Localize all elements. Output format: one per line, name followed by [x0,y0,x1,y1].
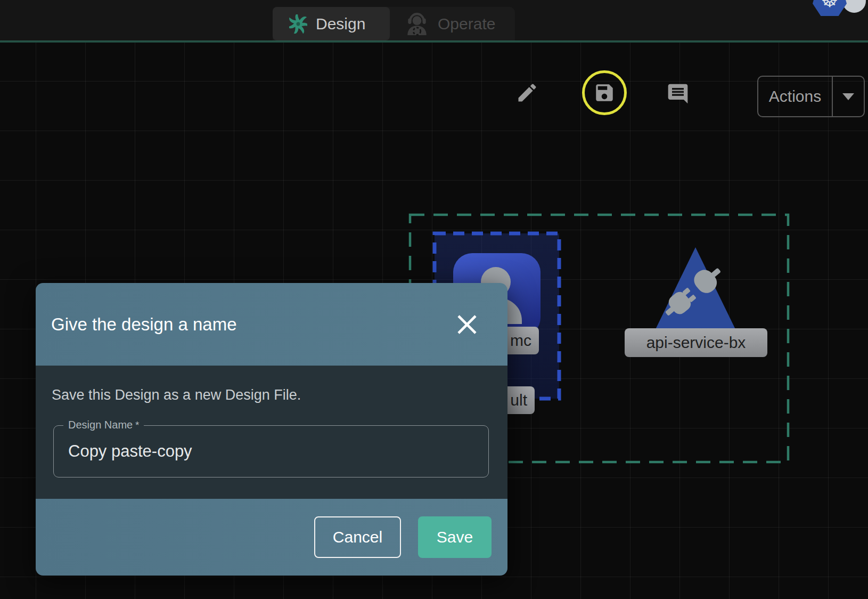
dialog-description: Save this Design as a new Design File. [52,387,301,403]
chevron-down-icon [842,93,854,100]
actions-button[interactable]: Actions [757,76,865,117]
dialog-header: Give the design a name [36,283,507,366]
save-icon [593,82,616,104]
meshery-logo-icon [289,14,307,34]
design-name-input[interactable] [54,426,488,477]
comment-icon [666,82,690,106]
dialog-title: Give the design a name [51,283,237,366]
api-service-node-label[interactable]: api-service-bx [625,328,767,357]
kubernetes-context-badge[interactable]: ☸ [809,0,868,17]
tab-design[interactable]: Design [273,7,390,41]
dialog-body: Save this Design as a new Design File. D… [36,366,507,499]
edit-button[interactable] [515,81,539,104]
tab-design-label: Design [316,15,365,33]
kubernetes-logo-icon: ☸ [813,0,847,16]
design-name-field: Design Name * [53,425,489,477]
top-navigation-bar: Design Operate ☸ [0,0,868,41]
actions-dropdown-toggle[interactable] [833,77,864,116]
dialog-footer: Cancel Save [36,499,507,576]
save-button[interactable]: Save [418,516,492,558]
operate-headset-icon [405,12,429,36]
mode-tabs: Design Operate [273,7,515,41]
cancel-button[interactable]: Cancel [314,516,401,558]
tab-operate[interactable]: Operate [390,7,515,41]
meshery-app: Design Operate ☸ [0,0,868,599]
tab-operate-label: Operate [438,15,495,33]
save-design-dialog: Give the design a name Save this Design … [36,283,507,576]
close-icon [456,313,478,336]
api-service-node[interactable] [652,247,739,336]
save-design-button[interactable] [592,80,617,105]
close-button[interactable] [456,313,478,336]
save-highlight-ring [582,70,627,115]
comment-button[interactable] [666,82,690,106]
edit-icon [515,81,539,104]
actions-button-label[interactable]: Actions [758,77,833,116]
plug-icon [659,261,727,323]
